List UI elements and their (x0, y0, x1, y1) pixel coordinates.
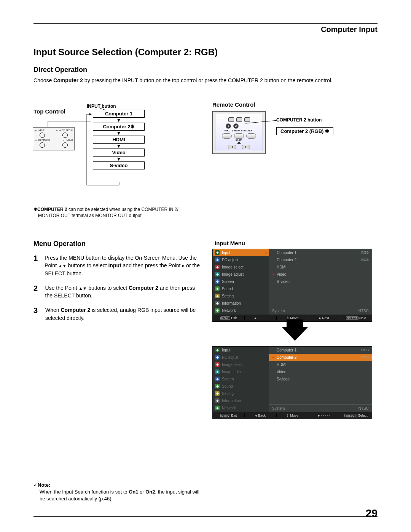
osd-panel-2: ◆Input‹◆PC adjust◆Image select◆Image adj… (212, 346, 372, 419)
down-arrow-icon: ▼ (116, 157, 121, 161)
remote-control-diagram: Remote Control 1 2 (212, 104, 378, 191)
osd-right-list: Computer 1RGBComputer 2RGBHDMI✔VideoS-vi… (269, 249, 372, 315)
remote-image: 1 2 VIDEO S-VIDEO COMPONENT (212, 111, 266, 154)
osd-footer-item: ◂ - - - - - (245, 316, 277, 320)
osd-source-item: ✔Video (269, 271, 372, 278)
computer2-rgb-box: Computer 2 (RGB) ✱ (276, 127, 333, 135)
step-1: 1 Press the MENU button to display the O… (33, 254, 201, 277)
osd-footer-item: MENUExit (213, 316, 245, 320)
osd-menu-item: ◆Screen (213, 375, 269, 383)
up-triangle-icon (237, 141, 241, 144)
flow-item: Computer 2✱ (93, 123, 145, 131)
manual-page: Computer Input Input Source Selection (C… (0, 0, 411, 532)
osd-source-item: S-video (269, 278, 372, 285)
osd-footer-item: ⇕ Move (277, 414, 309, 417)
osd-menu-item: ◆Sound (213, 285, 269, 292)
osd-column: Input Menu ◆Input›◆PC adjust◆Image selec… (212, 240, 378, 503)
remote-oval-icon (222, 133, 232, 139)
flow-item: Computer 1 (93, 110, 145, 118)
osd-source-item: HDMI (269, 264, 372, 271)
down-arrow-icon: ▼ (116, 118, 121, 123)
down-arrow-icon: ▼ (116, 144, 121, 149)
menu-operation-heading: Menu Operation (33, 240, 201, 248)
osd-menu-item: ◆Input› (213, 249, 269, 256)
remote-btn-icon (244, 117, 250, 122)
osd-menu-item: ◆Setting (213, 292, 269, 300)
remote-num2-icon: 2 (233, 123, 239, 129)
down-arrow-icon: ▼ (116, 131, 121, 136)
osd-left-menu: ◆Input›◆PC adjust◆Image select◆Image adj… (213, 249, 269, 315)
osd-menu-item: ◆Sound (213, 383, 269, 390)
remote-title: Remote Control (212, 101, 255, 108)
flow-item: S-video (93, 161, 145, 169)
remote-btn-icon (228, 117, 234, 122)
top-control-panel: ⊕ INPUT ✦ AUTO SETUP ▭ KEYSTONE (33, 127, 75, 150)
right-arrow-icon: ▸ (242, 145, 250, 149)
osd-footer-item: MENUExit (213, 414, 245, 417)
osd-menu-item: ◆Information (213, 300, 269, 307)
osd-menu-item: ◆PC adjust (213, 354, 269, 361)
step-3: 3 When Computer 2 is selected, analog RG… (33, 306, 201, 322)
footnote: ✓Note: When the Input Search function is… (33, 482, 201, 503)
input-flow: Computer 1 ▼ Computer 2✱ ▼ HDMI ▼ Video … (93, 110, 145, 169)
left-arrow-icon: ◂ (228, 145, 236, 149)
computer2-button-label: COMPUTER 2 button (276, 117, 322, 123)
flow-item: Video (93, 149, 145, 157)
diagram-row: Top Control INPUT button (33, 104, 378, 191)
direct-operation-heading: Direct Operation (33, 66, 378, 74)
osd-menu-item: ◆Image adjust (213, 271, 269, 278)
osd-panel-1: ◆Input›◆PC adjust◆Image select◆Image adj… (212, 249, 372, 322)
top-control-title: Top Control (33, 108, 65, 115)
remote-oval-icon (234, 133, 244, 139)
osd-menu-item: ◆Network (213, 404, 269, 412)
big-down-arrow-icon (282, 327, 308, 341)
direct-operation-intro: Choose Computer 2 by pressing the INPUT … (33, 77, 378, 85)
page-title: Input Source Selection (Computer 2: RGB) (33, 47, 378, 58)
osd-source-item: ✔Computer 2RGB (269, 354, 372, 361)
footer-rule (33, 516, 378, 517)
osd-source-item: Computer 1RGB (269, 249, 372, 256)
remote-num1-icon: 1 (226, 123, 231, 129)
input-button-label: INPUT button (87, 104, 116, 109)
osd-menu-item: ◆Image select (213, 361, 269, 368)
input-button-icon (40, 133, 45, 138)
osd-menu-item: ◆PC adjust (213, 256, 269, 264)
osd-menu-item: ◆Network (213, 307, 269, 314)
osd-title: Input Menu (215, 240, 378, 246)
top-control-diagram: Top Control INPUT button (33, 104, 201, 191)
osd-menu-item: ◆Image select (213, 264, 269, 271)
autosetup-button-icon (62, 133, 68, 138)
osd-menu-item: ◆Input‹ (213, 347, 269, 354)
osd-footer: MENUExit◂ Back⇕ Move▸ - - - - -SELECTSel… (213, 412, 372, 419)
osd-menu-item: ◆Image adjust (213, 368, 269, 375)
header-bar: Computer Input (33, 24, 378, 37)
osd-source-item: Computer 2RGB (269, 256, 372, 264)
remote-btn-icon (236, 117, 242, 122)
osd-left-menu: ◆Input‹◆PC adjust◆Image select◆Image adj… (213, 347, 269, 412)
osd-source-item: Video (269, 368, 372, 375)
menu-operation-text: Menu Operation 1 Press the MENU button t… (33, 240, 201, 503)
osd-menu-item: ◆Information (213, 397, 269, 404)
osd-footer-item: SELECTSelect (340, 414, 372, 417)
osd-footer-item: ◂ Back (245, 414, 277, 417)
osd-footer-item: SELECTNext (340, 316, 372, 320)
remote-oval-icon (246, 133, 256, 139)
flow-item: HDMI (93, 136, 145, 144)
osd-footer-item: ▸ - - - - - (308, 414, 340, 417)
osd-menu-item: ◆Screen (213, 278, 269, 285)
osd-menu-item: ◆Setting (213, 390, 269, 397)
menu-button-icon (62, 142, 68, 148)
page-number: 29 (366, 507, 378, 519)
osd-footer-item: ▸ Next (308, 316, 340, 320)
star-footnote: ✱COMPUTER 2 can not be selected when usi… (33, 206, 378, 219)
osd-source-item: HDMI (269, 361, 372, 368)
osd-source-item: Computer 1RGB (269, 347, 372, 354)
osd-source-item: S-video (269, 375, 372, 383)
header-section: Computer Input (321, 25, 378, 34)
header-rule (33, 23, 378, 24)
step-2: 2 Use the Point ▲▼ buttons to select Com… (33, 284, 201, 300)
menu-operation-row: Menu Operation 1 Press the MENU button t… (33, 240, 378, 503)
keystone-button-icon (40, 142, 45, 148)
osd-right-list: Computer 1RGB✔Computer 2RGBHDMIVideoS-vi… (269, 347, 372, 412)
